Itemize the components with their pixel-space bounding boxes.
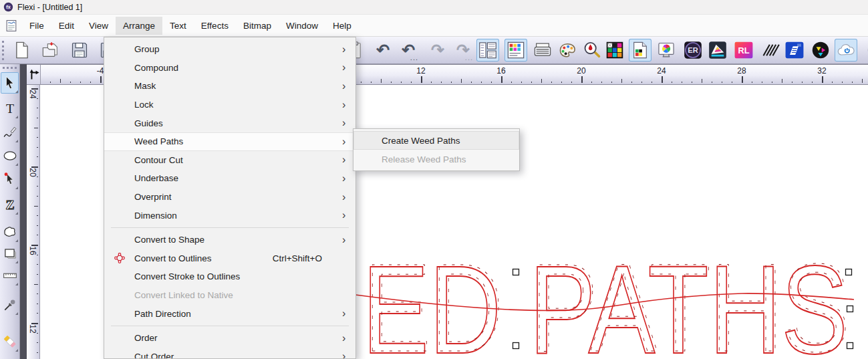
selection-handle[interactable] xyxy=(513,269,519,275)
ruler-tick xyxy=(37,304,39,304)
menu-separator xyxy=(111,227,349,228)
shape-tool[interactable] xyxy=(1,221,19,243)
selection-handle[interactable] xyxy=(847,343,853,349)
ruler-tick xyxy=(732,82,732,84)
menu-item-dimension[interactable]: Dimension› xyxy=(104,206,355,225)
menu-item-convert-to-outlines[interactable]: Convert to OutlinesCtrl+Shift+O xyxy=(104,249,355,268)
ruler-tick xyxy=(37,215,39,216)
open-file-icon xyxy=(41,41,60,59)
rectangle-tool[interactable] xyxy=(1,243,19,264)
measure-tool[interactable] xyxy=(1,265,19,286)
selection-handle[interactable] xyxy=(847,306,853,312)
menubar-item-view[interactable]: View xyxy=(82,17,116,35)
document-colors-button[interactable] xyxy=(629,39,652,62)
menu-item-order[interactable]: Order› xyxy=(104,329,355,348)
node-edit-tool[interactable] xyxy=(1,168,19,190)
redo-history-button[interactable]: ↷... xyxy=(452,39,474,62)
menu-item-label: Weed Paths xyxy=(134,136,342,146)
menubar-item-edit[interactable]: Edit xyxy=(51,17,82,35)
menubar-item-effects[interactable]: Effects xyxy=(194,17,236,35)
cloud-connect-icon xyxy=(837,41,855,59)
menubar-item-bitmap[interactable]: Bitmap xyxy=(236,17,279,35)
menu-item-label: Lock xyxy=(134,100,342,110)
menu-item-lock[interactable]: Lock› xyxy=(104,96,355,114)
zoom-magnifier-button[interactable] xyxy=(581,39,603,62)
cmy-tool-button[interactable] xyxy=(809,39,832,62)
menu-shortcut: Ctrl+Shift+O xyxy=(273,253,322,263)
partial-right-button[interactable] xyxy=(860,39,868,62)
stroke-tool[interactable]: Z xyxy=(1,194,19,215)
color-palette-button[interactable] xyxy=(556,39,579,62)
menubar-item-arrange[interactable]: Arrange xyxy=(116,17,162,35)
redo-button[interactable]: ↷ xyxy=(426,39,449,62)
menu-item-compound[interactable]: Compound› xyxy=(104,59,355,78)
ruler-label: -4 xyxy=(97,66,104,76)
fill-stroke-editor-button[interactable] xyxy=(504,39,527,62)
weed-paths-submenu: Create Weed PathsRelease Weed Paths xyxy=(353,128,520,171)
menu-item-mask[interactable]: Mask› xyxy=(104,77,355,96)
ruler-tick xyxy=(37,313,39,314)
menu-item-label: Cut Order xyxy=(134,352,342,359)
menubar-item-text[interactable]: Text xyxy=(162,17,194,35)
toolbar-drag-handle[interactable] xyxy=(2,41,4,60)
submenu-item-create-weed-paths[interactable]: Create Weed Paths xyxy=(353,131,519,150)
eraser-tool-icon xyxy=(3,334,17,349)
cut-plot-button[interactable] xyxy=(531,39,554,62)
menu-item-label: Overprint xyxy=(134,192,342,202)
production-manager-icon xyxy=(785,41,804,59)
undo-button[interactable]: ↶ xyxy=(372,39,394,62)
menu-item-guides[interactable]: Guides› xyxy=(104,114,355,132)
open-file-button[interactable] xyxy=(39,39,62,62)
color-gamut-button[interactable] xyxy=(706,39,729,62)
menu-item-label: Convert Linked to Native xyxy=(134,290,342,300)
cloud-connect-button[interactable] xyxy=(835,39,857,62)
ellipse-tool-icon xyxy=(3,148,17,163)
save-button[interactable] xyxy=(68,39,91,62)
eyedropper-tool[interactable] xyxy=(1,294,19,316)
ruler-tick xyxy=(561,82,562,84)
menu-item-convert-to-shape[interactable]: Convert to Shape› xyxy=(104,231,355,249)
toolbox-drag-handle[interactable] xyxy=(3,67,17,69)
select-tool[interactable] xyxy=(1,72,19,94)
eraser-tool[interactable] xyxy=(1,331,19,352)
menu-item-label: Underbase xyxy=(134,173,342,183)
menubar-item-help[interactable]: Help xyxy=(325,17,359,35)
rl-badge-button[interactable]: RL xyxy=(732,39,755,62)
ruler-origin-button[interactable] xyxy=(27,65,41,85)
menubar-item-window[interactable]: Window xyxy=(279,17,325,35)
tool-palette: TZ xyxy=(0,64,20,359)
menu-item-underbase[interactable]: Underbase› xyxy=(104,169,355,188)
ruler-tick xyxy=(37,98,39,99)
menubar-item-file[interactable]: File xyxy=(22,17,51,35)
ellipse-tool[interactable] xyxy=(1,145,19,166)
menu-item-label: Guides xyxy=(134,118,342,128)
ruler-tick xyxy=(37,333,39,334)
ruler-tick xyxy=(361,82,361,84)
selection-handle[interactable] xyxy=(513,343,519,349)
undo-history-button[interactable]: ↶... xyxy=(397,39,420,62)
er-badge-button[interactable]: ER xyxy=(682,39,704,62)
submenu-item-release-weed-paths[interactable]: Release Weed Paths xyxy=(353,150,519,168)
new-document-button[interactable] xyxy=(11,39,33,62)
menu-item-weed-paths[interactable]: Weed Paths› xyxy=(104,132,355,151)
draw-tool[interactable] xyxy=(1,122,19,143)
text-tool[interactable]: T xyxy=(1,98,19,119)
design-central-icon xyxy=(478,41,497,59)
menu-item-convert-linked-to-native[interactable]: Convert Linked to Native xyxy=(104,286,355,305)
node-marks: ED PATHS xyxy=(364,237,850,359)
hatch-lines-button[interactable] xyxy=(759,39,782,62)
knife-tool[interactable] xyxy=(1,354,19,359)
menu-item-path-direction[interactable]: Path Direction› xyxy=(104,304,355,323)
menu-item-convert-stroke-to-outlines[interactable]: Convert Stroke to Outlines xyxy=(104,267,355,286)
selection-handle[interactable] xyxy=(846,269,852,275)
display-color-wheel-button[interactable] xyxy=(655,39,678,62)
design-central-button[interactable] xyxy=(476,39,499,62)
menu-item-cut-order[interactable]: Cut Order› xyxy=(104,348,355,359)
menu-item-contour-cut[interactable]: Contour Cut› xyxy=(104,151,355,170)
swatch-table-button[interactable] xyxy=(603,39,626,62)
menu-item-group[interactable]: Group› xyxy=(104,40,355,59)
menu-item-overprint[interactable]: Overprint› xyxy=(104,188,355,207)
weed-paths-artwork[interactable]: ED PATHS ED PATHS xyxy=(355,237,854,359)
submenu-item-label: Create Weed Paths xyxy=(382,136,519,146)
production-manager-button[interactable] xyxy=(783,39,806,62)
